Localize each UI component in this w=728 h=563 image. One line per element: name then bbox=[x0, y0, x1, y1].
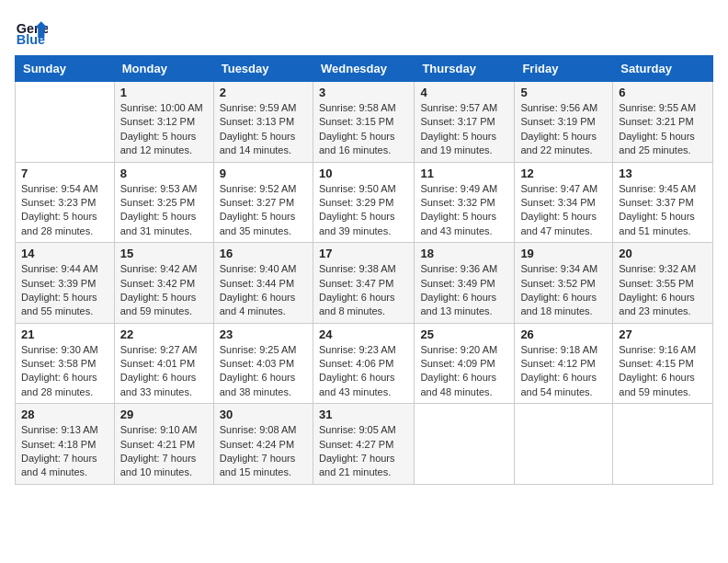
calendar-cell: 1Sunrise: 10:00 AM Sunset: 3:12 PM Dayli… bbox=[114, 82, 213, 163]
dow-header-sunday: Sunday bbox=[16, 56, 115, 82]
day-number: 28 bbox=[21, 408, 108, 421]
day-number: 25 bbox=[420, 327, 508, 341]
day-info: Sunrise: 9:45 AM Sunset: 3:37 PM Dayligh… bbox=[619, 182, 707, 239]
day-number: 30 bbox=[220, 408, 307, 421]
day-info: Sunrise: 9:52 AM Sunset: 3:27 PM Dayligh… bbox=[220, 182, 307, 239]
calendar-cell: 24Sunrise: 9:23 AM Sunset: 4:06 PM Dayli… bbox=[313, 323, 414, 404]
day-info: Sunrise: 9:50 AM Sunset: 3:29 PM Dayligh… bbox=[319, 182, 408, 239]
dow-header-wednesday: Wednesday bbox=[313, 56, 414, 82]
day-info: Sunrise: 9:42 AM Sunset: 3:42 PM Dayligh… bbox=[120, 262, 208, 319]
day-number: 27 bbox=[619, 327, 707, 341]
day-number: 8 bbox=[120, 167, 208, 180]
day-info: Sunrise: 9:25 AM Sunset: 4:03 PM Dayligh… bbox=[220, 343, 307, 400]
calendar-cell: 29Sunrise: 9:10 AM Sunset: 4:21 PM Dayli… bbox=[114, 404, 213, 485]
logo-icon: General Blue bbox=[15, 15, 48, 48]
day-info: Sunrise: 10:00 AM Sunset: 3:12 PM Daylig… bbox=[120, 101, 208, 158]
day-info: Sunrise: 9:44 AM Sunset: 3:39 PM Dayligh… bbox=[21, 262, 108, 319]
calendar-cell: 16Sunrise: 9:40 AM Sunset: 3:44 PM Dayli… bbox=[213, 243, 313, 324]
day-info: Sunrise: 9:58 AM Sunset: 3:15 PM Dayligh… bbox=[319, 101, 408, 158]
day-number: 1 bbox=[120, 86, 208, 99]
day-number: 15 bbox=[120, 247, 208, 260]
week-row-5: 28Sunrise: 9:13 AM Sunset: 4:18 PM Dayli… bbox=[16, 404, 713, 485]
day-info: Sunrise: 9:16 AM Sunset: 4:15 PM Dayligh… bbox=[619, 343, 707, 400]
calendar-cell: 27Sunrise: 9:16 AM Sunset: 4:15 PM Dayli… bbox=[613, 323, 713, 404]
dow-header-friday: Friday bbox=[515, 56, 613, 82]
calendar-cell: 18Sunrise: 9:36 AM Sunset: 3:49 PM Dayli… bbox=[415, 243, 515, 324]
day-number: 21 bbox=[21, 327, 108, 341]
calendar-cell: 21Sunrise: 9:30 AM Sunset: 3:58 PM Dayli… bbox=[16, 323, 115, 404]
calendar-cell: 4Sunrise: 9:57 AM Sunset: 3:17 PM Daylig… bbox=[415, 82, 515, 163]
day-number: 23 bbox=[220, 327, 307, 341]
week-row-3: 14Sunrise: 9:44 AM Sunset: 3:39 PM Dayli… bbox=[16, 243, 713, 324]
day-info: Sunrise: 9:18 AM Sunset: 4:12 PM Dayligh… bbox=[520, 343, 607, 400]
day-number: 17 bbox=[319, 247, 408, 260]
day-info: Sunrise: 9:59 AM Sunset: 3:13 PM Dayligh… bbox=[220, 101, 307, 158]
day-info: Sunrise: 9:10 AM Sunset: 4:21 PM Dayligh… bbox=[120, 423, 208, 480]
day-info: Sunrise: 9:54 AM Sunset: 3:23 PM Dayligh… bbox=[21, 182, 108, 239]
day-info: Sunrise: 9:13 AM Sunset: 4:18 PM Dayligh… bbox=[21, 423, 108, 480]
calendar-cell: 6Sunrise: 9:55 AM Sunset: 3:21 PM Daylig… bbox=[613, 82, 713, 163]
calendar-cell: 31Sunrise: 9:05 AM Sunset: 4:27 PM Dayli… bbox=[313, 404, 414, 485]
day-number: 16 bbox=[220, 247, 307, 260]
calendar-cell: 26Sunrise: 9:18 AM Sunset: 4:12 PM Dayli… bbox=[515, 323, 613, 404]
calendar-cell: 22Sunrise: 9:27 AM Sunset: 4:01 PM Dayli… bbox=[114, 323, 213, 404]
dow-header-monday: Monday bbox=[114, 56, 213, 82]
calendar-cell: 14Sunrise: 9:44 AM Sunset: 3:39 PM Dayli… bbox=[16, 243, 115, 324]
day-number: 6 bbox=[619, 86, 707, 99]
day-info: Sunrise: 9:08 AM Sunset: 4:24 PM Dayligh… bbox=[220, 423, 307, 480]
day-number: 5 bbox=[520, 86, 607, 99]
day-number: 13 bbox=[619, 167, 707, 180]
calendar-cell: 28Sunrise: 9:13 AM Sunset: 4:18 PM Dayli… bbox=[16, 404, 115, 485]
day-info: Sunrise: 9:20 AM Sunset: 4:09 PM Dayligh… bbox=[420, 343, 508, 400]
calendar-cell: 11Sunrise: 9:49 AM Sunset: 3:32 PM Dayli… bbox=[415, 162, 515, 243]
calendar-cell bbox=[415, 404, 515, 485]
calendar-cell: 10Sunrise: 9:50 AM Sunset: 3:29 PM Dayli… bbox=[313, 162, 414, 243]
day-info: Sunrise: 9:47 AM Sunset: 3:34 PM Dayligh… bbox=[520, 182, 607, 239]
day-info: Sunrise: 9:40 AM Sunset: 3:44 PM Dayligh… bbox=[220, 262, 307, 319]
logo: General Blue bbox=[15, 15, 48, 48]
calendar-cell: 3Sunrise: 9:58 AM Sunset: 3:15 PM Daylig… bbox=[313, 82, 414, 163]
day-number: 11 bbox=[420, 167, 508, 180]
day-info: Sunrise: 9:05 AM Sunset: 4:27 PM Dayligh… bbox=[319, 423, 408, 480]
day-info: Sunrise: 9:34 AM Sunset: 3:52 PM Dayligh… bbox=[520, 262, 607, 319]
day-number: 18 bbox=[420, 247, 508, 260]
day-info: Sunrise: 9:57 AM Sunset: 3:17 PM Dayligh… bbox=[420, 101, 508, 158]
day-info: Sunrise: 9:32 AM Sunset: 3:55 PM Dayligh… bbox=[619, 262, 707, 319]
calendar-cell bbox=[16, 82, 115, 163]
day-info: Sunrise: 9:55 AM Sunset: 3:21 PM Dayligh… bbox=[619, 101, 707, 158]
week-row-1: 1Sunrise: 10:00 AM Sunset: 3:12 PM Dayli… bbox=[16, 82, 713, 163]
day-number: 26 bbox=[520, 327, 607, 341]
week-row-4: 21Sunrise: 9:30 AM Sunset: 3:58 PM Dayli… bbox=[16, 323, 713, 404]
calendar-body: 1Sunrise: 10:00 AM Sunset: 3:12 PM Dayli… bbox=[16, 82, 713, 485]
calendar-cell: 2Sunrise: 9:59 AM Sunset: 3:13 PM Daylig… bbox=[213, 82, 313, 163]
day-number: 14 bbox=[21, 247, 108, 260]
day-info: Sunrise: 9:49 AM Sunset: 3:32 PM Dayligh… bbox=[420, 182, 508, 239]
week-row-2: 7Sunrise: 9:54 AM Sunset: 3:23 PM Daylig… bbox=[16, 162, 713, 243]
day-info: Sunrise: 9:38 AM Sunset: 3:47 PM Dayligh… bbox=[319, 262, 408, 319]
calendar-cell: 12Sunrise: 9:47 AM Sunset: 3:34 PM Dayli… bbox=[515, 162, 613, 243]
calendar-cell: 5Sunrise: 9:56 AM Sunset: 3:19 PM Daylig… bbox=[515, 82, 613, 163]
day-number: 24 bbox=[319, 327, 408, 341]
day-number: 2 bbox=[220, 86, 307, 99]
calendar-cell bbox=[613, 404, 713, 485]
day-number: 19 bbox=[520, 247, 607, 260]
calendar-cell: 17Sunrise: 9:38 AM Sunset: 3:47 PM Dayli… bbox=[313, 243, 414, 324]
day-number: 7 bbox=[21, 167, 108, 180]
dow-header-saturday: Saturday bbox=[613, 56, 713, 82]
dow-header-tuesday: Tuesday bbox=[213, 56, 313, 82]
calendar-cell: 23Sunrise: 9:25 AM Sunset: 4:03 PM Dayli… bbox=[213, 323, 313, 404]
day-number: 12 bbox=[520, 167, 607, 180]
page-header: General Blue bbox=[15, 15, 713, 48]
day-info: Sunrise: 9:36 AM Sunset: 3:49 PM Dayligh… bbox=[420, 262, 508, 319]
day-number: 31 bbox=[319, 408, 408, 421]
calendar-cell: 13Sunrise: 9:45 AM Sunset: 3:37 PM Dayli… bbox=[613, 162, 713, 243]
day-info: Sunrise: 9:30 AM Sunset: 3:58 PM Dayligh… bbox=[21, 343, 108, 400]
calendar-cell: 20Sunrise: 9:32 AM Sunset: 3:55 PM Dayli… bbox=[613, 243, 713, 324]
calendar-cell: 8Sunrise: 9:53 AM Sunset: 3:25 PM Daylig… bbox=[114, 162, 213, 243]
calendar-cell: 7Sunrise: 9:54 AM Sunset: 3:23 PM Daylig… bbox=[16, 162, 115, 243]
day-of-week-header-row: SundayMondayTuesdayWednesdayThursdayFrid… bbox=[16, 56, 713, 82]
day-info: Sunrise: 9:53 AM Sunset: 3:25 PM Dayligh… bbox=[120, 182, 208, 239]
calendar-cell: 19Sunrise: 9:34 AM Sunset: 3:52 PM Dayli… bbox=[515, 243, 613, 324]
day-number: 22 bbox=[120, 327, 208, 341]
day-info: Sunrise: 9:56 AM Sunset: 3:19 PM Dayligh… bbox=[520, 101, 607, 158]
